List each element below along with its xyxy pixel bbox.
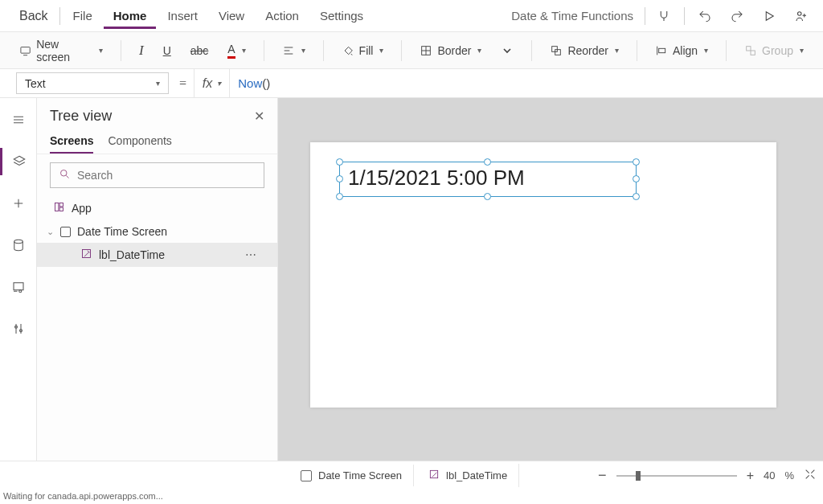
strike-button[interactable]: abc [184, 41, 215, 60]
underline-button[interactable]: U [157, 41, 178, 60]
paint-bucket-icon [342, 44, 354, 57]
menu-file[interactable]: File [63, 2, 102, 29]
menu-insert[interactable]: Insert [158, 2, 207, 29]
left-rail [0, 98, 37, 475]
breadcrumb-screen[interactable]: Date Time Screen [289, 465, 414, 486]
share-icon[interactable] [786, 0, 817, 32]
breadcrumb-control[interactable]: lbl_DateTime [417, 464, 519, 487]
app-checker-icon[interactable] [649, 0, 679, 32]
align-text-button[interactable]: ▾ [276, 41, 312, 60]
tools-rail-button[interactable] [0, 315, 37, 342]
svg-point-10 [18, 290, 21, 293]
menu-action[interactable]: Action [256, 2, 309, 29]
divider [637, 40, 637, 61]
svg-point-13 [61, 170, 68, 176]
italic-button[interactable]: I [133, 39, 150, 62]
divider [121, 40, 121, 61]
resize-handle-s[interactable] [484, 193, 491, 200]
zoom-thumb[interactable] [636, 471, 641, 481]
fill-label: Fill [359, 44, 374, 57]
screen-canvas[interactable]: 1/15/2021 5:00 PM [310, 142, 776, 408]
font-color-button[interactable]: A▾ [221, 39, 252, 62]
svg-rect-3 [552, 46, 558, 51]
menu-settings[interactable]: Settings [310, 2, 373, 29]
screen-icon [301, 470, 312, 481]
chevron-down-icon: ▾ [99, 46, 103, 55]
tree-node-control[interactable]: lbl_DateTime ⋯ [37, 243, 277, 267]
tree-node-label: App [72, 202, 92, 215]
play-icon[interactable] [754, 0, 784, 32]
new-screen-label: New screen [36, 38, 92, 64]
data-rail-button[interactable] [0, 232, 37, 259]
formula-input[interactable]: Now() [230, 69, 823, 97]
chevron-down-icon: ▾ [615, 46, 619, 55]
canvas-area[interactable]: 1/15/2021 5:00 PM [278, 98, 823, 475]
resize-handle-ne[interactable] [633, 158, 640, 166]
group-button: Group ▾ [738, 41, 810, 60]
zoom-out-button[interactable]: − [598, 467, 607, 484]
divider [323, 40, 324, 61]
reorder-button[interactable]: Reorder ▾ [543, 41, 625, 60]
tree-view-button[interactable] [0, 148, 37, 175]
search-input[interactable] [77, 169, 256, 182]
tree-node-app[interactable]: App [37, 196, 277, 220]
formula-fn: Now [238, 76, 262, 90]
zoom-slider[interactable] [616, 475, 737, 477]
svg-point-0 [798, 11, 802, 15]
tools-icon [11, 322, 26, 336]
chevron-down-icon: ▾ [477, 46, 481, 55]
new-screen-button[interactable]: New screen ▾ [13, 35, 109, 67]
divider [645, 7, 645, 25]
media-rail-button[interactable] [0, 273, 37, 301]
resize-handle-n[interactable] [484, 158, 491, 166]
resize-handle-nw[interactable] [336, 158, 343, 166]
align-lines-icon [282, 44, 295, 57]
zoom-in-button[interactable]: + [747, 469, 754, 483]
undo-icon[interactable] [690, 0, 720, 32]
resize-handle-w[interactable] [336, 175, 343, 182]
border-style-button[interactable] [494, 41, 520, 60]
back-button[interactable]: Back [6, 6, 56, 27]
tree-node-screen[interactable]: ⌄ Date Time Screen [37, 220, 277, 243]
border-label: Border [437, 44, 471, 57]
menu-home[interactable]: Home [104, 2, 157, 29]
selected-control[interactable]: 1/15/2021 5:00 PM [339, 162, 637, 197]
formula-close: ) [266, 76, 270, 90]
reorder-label: Reorder [567, 44, 608, 57]
divider [684, 7, 685, 25]
chevron-down-icon[interactable]: ⌄ [47, 227, 54, 237]
insert-rail-button[interactable] [0, 190, 37, 217]
redo-icon[interactable] [722, 0, 752, 32]
breadcrumb-label: lbl_DateTime [446, 469, 507, 481]
tree-search[interactable] [50, 162, 264, 188]
resize-handle-sw[interactable] [336, 193, 343, 200]
equals-sign: = [172, 69, 194, 97]
fill-button[interactable]: Fill ▾ [335, 41, 391, 60]
hamburger-button[interactable] [0, 106, 37, 133]
svg-rect-15 [59, 203, 63, 207]
svg-rect-1 [21, 47, 30, 53]
svg-rect-14 [55, 203, 59, 211]
property-selector[interactable]: Text ▾ [16, 72, 169, 94]
close-icon[interactable]: ✕ [254, 109, 264, 124]
fit-to-window-button[interactable] [804, 468, 817, 483]
svg-rect-4 [555, 49, 561, 55]
svg-rect-7 [751, 51, 755, 55]
resize-handle-e[interactable] [633, 175, 640, 182]
hamburger-icon [11, 113, 26, 127]
align-objects-button[interactable]: Align ▾ [649, 41, 714, 60]
menu-view[interactable]: View [209, 2, 254, 29]
chevron-down-bold-icon [501, 44, 514, 57]
svg-rect-6 [747, 46, 751, 50]
divider [726, 40, 727, 61]
database-icon [11, 238, 26, 252]
group-icon [744, 44, 757, 57]
resize-handle-se[interactable] [633, 193, 640, 200]
border-button[interactable]: Border ▾ [413, 41, 488, 60]
fx-button[interactable]: fx ▾ [194, 69, 230, 97]
tab-components[interactable]: Components [108, 134, 171, 154]
tab-screens[interactable]: Screens [50, 134, 93, 154]
more-options-icon[interactable]: ⋯ [245, 248, 258, 261]
align-label: Align [673, 44, 698, 57]
property-name: Text [25, 77, 46, 90]
